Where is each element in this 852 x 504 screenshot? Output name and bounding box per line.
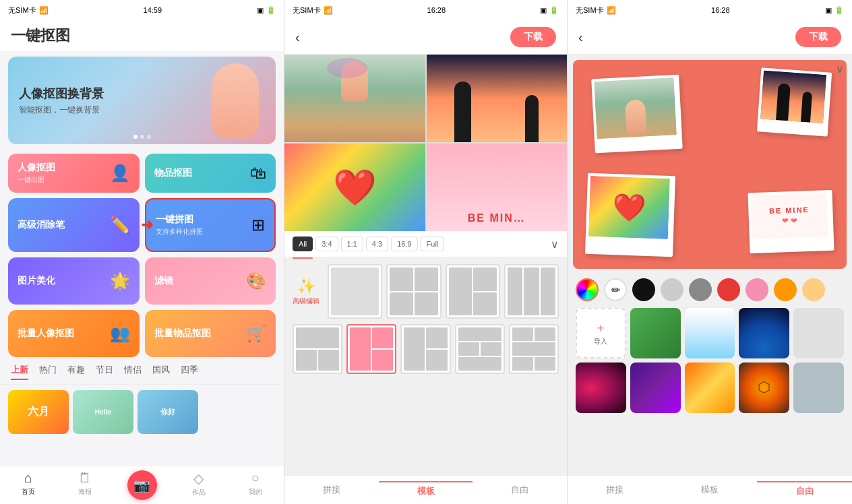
tag-couple[interactable]: 情侣 bbox=[124, 364, 142, 380]
template-cell-3row[interactable] bbox=[455, 324, 505, 374]
color-light-orange[interactable] bbox=[802, 278, 825, 301]
ratio-1-1[interactable]: 1:1 bbox=[341, 237, 363, 251]
tag-hot[interactable]: 热门 bbox=[39, 364, 57, 380]
bg-placeholder[interactable] bbox=[793, 308, 844, 358]
bg-neon[interactable] bbox=[630, 363, 681, 413]
photo-cell-2 bbox=[427, 55, 568, 142]
nav-mine[interactable]: ○ 我的 bbox=[227, 470, 284, 501]
tab-template-2[interactable]: 模板 bbox=[379, 481, 473, 500]
camera-button[interactable]: 📷 bbox=[127, 470, 157, 500]
color-light-gray[interactable] bbox=[661, 278, 683, 301]
btn-label-batch-portrait: 批量人像抠图 bbox=[18, 327, 74, 340]
bg-import-button[interactable]: ＋ 导入 bbox=[576, 308, 626, 358]
polaroid-3[interactable]: ❤️ bbox=[585, 173, 675, 257]
time-3: 16:28 bbox=[711, 6, 730, 14]
download-button-3[interactable]: 下载 bbox=[795, 27, 841, 47]
banner-dots bbox=[133, 135, 151, 139]
polaroid-3-image: ❤️ bbox=[588, 176, 670, 239]
ratio-16-9[interactable]: 16:9 bbox=[391, 237, 417, 251]
template-cell-5grid[interactable] bbox=[509, 324, 559, 374]
tab-free-2[interactable]: 自由 bbox=[473, 481, 567, 500]
template-cell-selected[interactable] bbox=[346, 324, 396, 374]
batch-item-button[interactable]: 批量物品抠图 🛒 bbox=[145, 310, 276, 357]
ratio-all[interactable]: All bbox=[293, 237, 313, 251]
collage-button[interactable]: ➜ 一键拼图 支持多样化拼图 ⊞ bbox=[145, 198, 276, 252]
tag-chinese[interactable]: 国风 bbox=[152, 364, 170, 380]
color-light-pink[interactable] bbox=[746, 278, 768, 301]
nav-camera[interactable]: 📷 bbox=[113, 470, 170, 501]
polaroid-4-image: BE MINE ❤ ❤ bbox=[751, 193, 828, 239]
nav-home[interactable]: ⌂ 首页 bbox=[0, 470, 57, 501]
item-cutout-button[interactable]: 物品抠图 🛍 bbox=[145, 154, 276, 193]
tag-new[interactable]: 上新 bbox=[11, 364, 28, 380]
bg-orange-hex[interactable]: ⬡ bbox=[739, 363, 789, 413]
promo-banner[interactable]: 人像抠图换背景 智能抠图，一键换背景 bbox=[8, 57, 276, 144]
color-rainbow[interactable] bbox=[576, 278, 599, 301]
bg-light-placeholder[interactable] bbox=[793, 363, 844, 413]
color-black[interactable] bbox=[632, 278, 655, 301]
template-cell-3col[interactable] bbox=[504, 264, 559, 319]
template-cell-full[interactable] bbox=[328, 264, 382, 319]
btn-label-collage: 一键拼图 支持多样化拼图 bbox=[156, 214, 203, 237]
expand-chevron-icon[interactable]: ∨ bbox=[836, 63, 844, 75]
bg-light-blue[interactable] bbox=[685, 308, 735, 358]
photo-cell-1 bbox=[284, 55, 425, 142]
app-title: 一键抠图 bbox=[0, 20, 284, 51]
collage-icon: ⊞ bbox=[251, 216, 265, 234]
polaroid-1[interactable] bbox=[591, 75, 683, 154]
battery-icon-3: 🔋 bbox=[834, 6, 844, 15]
tag-fun[interactable]: 有趣 bbox=[67, 364, 85, 380]
tab-free-3[interactable]: 自由 bbox=[757, 481, 852, 500]
template-cell-2plus1[interactable] bbox=[293, 324, 342, 374]
advanced-edit-button[interactable]: ✨ 高级编辑 bbox=[293, 278, 320, 306]
btn-label-eraser: 高级消除笔 bbox=[18, 219, 65, 231]
bg-sunset[interactable] bbox=[685, 363, 735, 413]
thumbnail-row: 六月 Hello 你好 bbox=[0, 385, 284, 439]
ratio-4-3[interactable]: 4:3 bbox=[366, 237, 388, 251]
thumbnail-june[interactable]: 六月 bbox=[8, 390, 69, 434]
color-row: ✏ bbox=[576, 278, 844, 301]
signal-icon-2: ▣ bbox=[540, 6, 547, 15]
filter-button[interactable]: 滤镜 🎨 bbox=[145, 257, 276, 305]
signal-icon-1: ▣ bbox=[257, 6, 264, 15]
download-button-2[interactable]: 下载 bbox=[510, 27, 556, 47]
eyedrop-button[interactable]: ✏ bbox=[604, 278, 627, 301]
thumbnail-you[interactable]: 你好 bbox=[138, 390, 198, 434]
collage-canvas: ∨ ❤️ bbox=[573, 60, 847, 269]
beautify-button[interactable]: 图片美化 🌟 bbox=[8, 257, 140, 305]
eraser-button[interactable]: 高级消除笔 ✏️ bbox=[8, 198, 140, 252]
tab-splice-3[interactable]: 拼接 bbox=[568, 481, 663, 500]
template-cell-4alt[interactable] bbox=[400, 324, 450, 374]
bg-deep-blue[interactable] bbox=[739, 308, 789, 358]
color-orange[interactable] bbox=[774, 278, 797, 301]
color-gray[interactable] bbox=[689, 278, 712, 301]
color-red[interactable] bbox=[717, 278, 740, 301]
photo-cell-3: ❤️ bbox=[284, 144, 425, 231]
advanced-edit-icon: ✨ bbox=[297, 278, 315, 295]
tag-seasons[interactable]: 四季 bbox=[181, 364, 198, 380]
nav-poster[interactable]: 🗒 海报 bbox=[57, 470, 113, 501]
tab-template-3[interactable]: 模板 bbox=[663, 481, 758, 500]
tab-splice-2[interactable]: 拼接 bbox=[284, 481, 379, 500]
ratio-3-4[interactable]: 3:4 bbox=[315, 237, 338, 251]
ratio-expand-icon[interactable]: ∨ bbox=[551, 238, 559, 251]
bg-green[interactable] bbox=[630, 308, 681, 358]
nav-works[interactable]: ◇ 作品 bbox=[171, 470, 227, 501]
back-button-2[interactable]: ‹ bbox=[295, 30, 300, 45]
batch-portrait-button[interactable]: 批量人像抠图 👥 bbox=[8, 310, 140, 357]
back-button-3[interactable]: ‹ bbox=[578, 30, 583, 45]
polaroid-4[interactable]: BE MINE ❤ ❤ bbox=[748, 190, 834, 253]
template-cell-2x2[interactable] bbox=[386, 264, 441, 319]
banner-headline: 人像抠图换背景 bbox=[19, 86, 104, 102]
hex-decoration: ⬡ bbox=[758, 379, 770, 396]
bg-pink-lights[interactable] bbox=[576, 363, 626, 413]
carrier-1: 无SIM卡 bbox=[8, 5, 36, 15]
thumbnail-hello[interactable]: Hello bbox=[73, 390, 133, 434]
template-cell-1-2[interactable] bbox=[446, 264, 500, 319]
ratio-full[interactable]: Full bbox=[421, 237, 445, 251]
status-right-1: ▣ 🔋 bbox=[257, 6, 276, 15]
tag-holiday[interactable]: 节日 bbox=[96, 364, 113, 380]
polaroid-2[interactable] bbox=[757, 67, 832, 136]
import-label: 导入 bbox=[594, 337, 607, 346]
portrait-cutout-button[interactable]: 人像抠图 一键出图 👤 bbox=[8, 154, 140, 193]
